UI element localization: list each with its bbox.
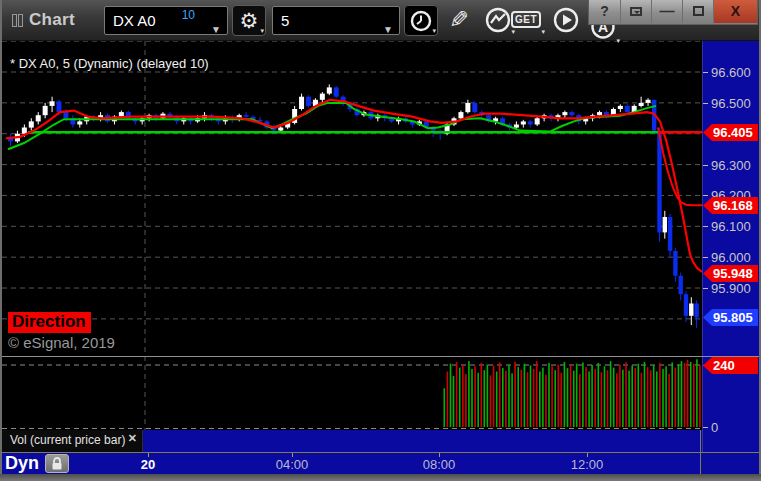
time-templates-button[interactable]: ▾ <box>404 5 438 36</box>
window-title: Chart <box>12 10 75 30</box>
volume-bar <box>468 361 470 427</box>
candle-body <box>528 121 533 124</box>
maximize-button[interactable] <box>682 0 713 23</box>
play-icon <box>552 6 580 34</box>
candle-body <box>694 304 698 318</box>
volume-bar <box>502 368 504 427</box>
candle-body <box>36 115 41 121</box>
settings-button[interactable]: ⚙ ▾ <box>232 5 266 36</box>
volume-bar <box>693 364 695 427</box>
volume-bar <box>530 366 532 428</box>
volume-bar <box>545 375 547 427</box>
close-button[interactable]: X <box>713 0 757 23</box>
volume-bar <box>496 372 498 428</box>
play-button[interactable] <box>549 5 583 36</box>
volume-bar <box>542 368 544 427</box>
volume-bar <box>561 373 563 427</box>
get-data-button[interactable]: GET ▾ <box>506 5 546 36</box>
candle-body <box>646 100 651 103</box>
candle-body <box>684 294 688 316</box>
candle-body <box>57 101 62 112</box>
price-axis-label: 96.000 <box>711 251 751 264</box>
time-axis[interactable]: Dyn 2004:0008:0012:00 <box>2 452 759 474</box>
volume-bar <box>490 375 492 427</box>
volume-bar <box>484 370 486 427</box>
volume-indicator-tab[interactable]: Vol (current price bar) ✕ <box>2 430 143 452</box>
volume-flag: 240 <box>703 357 758 374</box>
chart-canvas[interactable] <box>2 41 702 430</box>
chevron-down-icon[interactable]: ▼ <box>383 16 393 43</box>
volume-bar <box>696 359 698 427</box>
volume-bar <box>447 372 449 428</box>
volume-bar <box>619 365 621 428</box>
candle-body <box>278 128 283 131</box>
volume-bar <box>539 372 541 428</box>
volume-bar <box>644 362 646 427</box>
chevron-down-icon[interactable]: ▼ <box>211 16 221 43</box>
interval-dropdown[interactable]: 5 ▼ <box>272 6 400 35</box>
volume-bar <box>675 368 677 427</box>
price-axis-label: 95.900 <box>711 282 751 295</box>
chart-legend: * DX A0, 5 (Dynamic) (delayed 10) <box>10 56 209 71</box>
volume-bar <box>610 361 612 427</box>
volume-bar <box>570 366 572 428</box>
price-flag: 96.168 <box>703 197 758 214</box>
volume-bar <box>588 372 590 428</box>
candle-body <box>668 217 672 251</box>
volume-bar <box>567 368 569 427</box>
dyn-label: Dyn <box>5 453 39 474</box>
window-title-text: Chart <box>29 10 75 29</box>
volume-bar <box>444 388 446 427</box>
axis-separator <box>700 430 701 474</box>
close-icon[interactable]: ✕ <box>128 433 137 444</box>
volume-bar <box>462 365 464 427</box>
volume-bar <box>517 367 519 427</box>
help-button[interactable]: ? <box>589 0 620 23</box>
popout-button[interactable] <box>620 0 651 23</box>
price-axis-tick <box>703 103 708 104</box>
candle-body <box>472 103 477 112</box>
volume-bar <box>662 369 664 427</box>
volume-bar <box>456 362 458 427</box>
volume-bar <box>647 367 649 427</box>
price-axis-label: 96.300 <box>711 159 751 172</box>
pane-divider[interactable] <box>0 356 761 357</box>
price-flag: 95.948 <box>703 265 758 282</box>
volume-bar <box>598 363 600 427</box>
symbol-badge: 10 <box>182 8 195 22</box>
symbol-dropdown[interactable]: DX A0 10 ▼ <box>104 6 228 35</box>
candle-body <box>535 118 540 124</box>
draw-button[interactable]: ✎ <box>442 5 476 36</box>
chevron-down-icon: ▾ <box>616 37 620 45</box>
volume-bar <box>511 373 513 427</box>
candle-body <box>597 112 602 115</box>
clock-icon <box>409 9 433 33</box>
volume-bar <box>487 365 489 428</box>
popout-icon <box>630 7 642 16</box>
volume-bar <box>601 372 603 427</box>
pencil-icon: ✎ <box>449 5 469 35</box>
candle-body <box>22 128 27 134</box>
price-axis-tick <box>703 72 708 73</box>
red-ma-line <box>6 100 702 272</box>
candle-body <box>679 276 683 295</box>
price-axis[interactable]: 96.60096.50096.30096.20096.10096.00095.9… <box>702 41 759 474</box>
candle-body <box>465 103 470 112</box>
volume-bar <box>536 361 538 427</box>
volume-bar <box>533 369 535 427</box>
volume-bar <box>576 364 578 427</box>
candle-body <box>29 121 34 127</box>
chevron-down-icon: ▾ <box>260 27 264 35</box>
volume-bar <box>607 370 609 427</box>
price-axis-tick <box>703 288 708 289</box>
volume-bar <box>481 363 483 427</box>
lock-icon <box>50 456 64 471</box>
lock-button[interactable] <box>45 454 69 473</box>
minimize-button[interactable]: — <box>651 0 682 23</box>
candle-body <box>327 87 332 93</box>
volume-bar <box>650 370 652 427</box>
chevron-down-icon: ▾ <box>541 28 545 36</box>
chevron-down-icon: ▾ <box>432 27 436 35</box>
volume-bar <box>690 362 692 427</box>
candle-body <box>334 87 339 96</box>
